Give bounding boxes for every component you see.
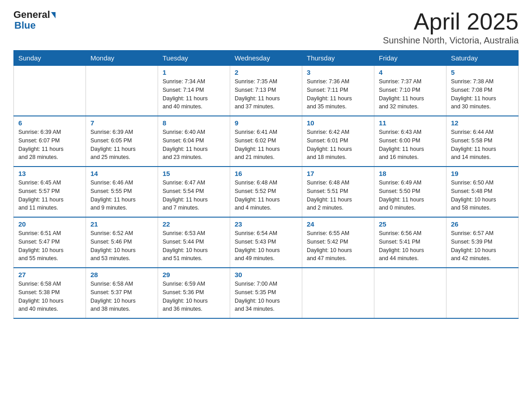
calendar-cell: 23Sunrise: 6:54 AMSunset: 5:43 PMDayligh… (230, 217, 302, 268)
calendar-cell: 29Sunrise: 6:59 AMSunset: 5:36 PMDayligh… (158, 268, 230, 318)
day-number: 13 (18, 170, 81, 177)
calendar-cell (14, 66, 86, 116)
calendar-cell: 12Sunrise: 6:44 AMSunset: 5:58 PMDayligh… (446, 116, 519, 167)
day-info: Sunrise: 6:53 AMSunset: 5:44 PMDaylight:… (163, 229, 225, 263)
calendar-cell: 14Sunrise: 6:46 AMSunset: 5:55 PMDayligh… (86, 167, 158, 217)
calendar-cell: 4Sunrise: 7:37 AMSunset: 7:10 PMDaylight… (374, 66, 446, 116)
weekday-header-sunday: Sunday (14, 51, 86, 66)
day-number: 24 (307, 220, 369, 228)
calendar-cell: 3Sunrise: 7:36 AMSunset: 7:11 PMDaylight… (302, 66, 374, 116)
weekday-header-monday: Monday (86, 51, 158, 66)
week-row-3: 13Sunrise: 6:45 AMSunset: 5:57 PMDayligh… (14, 167, 519, 217)
day-info: Sunrise: 7:34 AMSunset: 7:14 PMDaylight:… (163, 77, 225, 111)
day-info: Sunrise: 6:41 AMSunset: 6:02 PMDaylight:… (235, 128, 297, 162)
calendar-cell: 9Sunrise: 6:41 AMSunset: 6:02 PMDaylight… (230, 116, 302, 167)
day-number: 14 (90, 170, 153, 177)
day-number: 26 (451, 220, 514, 228)
week-row-1: 1Sunrise: 7:34 AMSunset: 7:14 PMDaylight… (14, 66, 519, 116)
day-number: 3 (307, 68, 369, 76)
day-number: 2 (235, 68, 297, 76)
calendar-table: SundayMondayTuesdayWednesdayThursdayFrid… (13, 50, 519, 319)
calendar-cell: 7Sunrise: 6:39 AMSunset: 6:05 PMDaylight… (86, 116, 158, 167)
calendar-cell: 19Sunrise: 6:50 AMSunset: 5:48 PMDayligh… (446, 167, 519, 217)
day-info: Sunrise: 6:40 AMSunset: 6:04 PMDaylight:… (163, 128, 225, 162)
logo-arrow-icon (51, 12, 56, 18)
weekday-header-row: SundayMondayTuesdayWednesdayThursdayFrid… (14, 51, 519, 66)
day-info: Sunrise: 6:56 AMSunset: 5:41 PMDaylight:… (379, 229, 442, 263)
logo-blue-text: Blue (13, 20, 36, 31)
day-number: 11 (379, 119, 442, 127)
day-number: 21 (90, 220, 153, 228)
day-info: Sunrise: 6:45 AMSunset: 5:57 PMDaylight:… (18, 179, 81, 212)
day-number: 6 (18, 119, 81, 127)
calendar-cell: 25Sunrise: 6:56 AMSunset: 5:41 PMDayligh… (374, 217, 446, 268)
day-info: Sunrise: 6:49 AMSunset: 5:50 PMDaylight:… (379, 179, 442, 212)
calendar-cell (374, 268, 446, 318)
calendar-cell: 21Sunrise: 6:52 AMSunset: 5:46 PMDayligh… (86, 217, 158, 268)
calendar-cell (446, 268, 519, 318)
calendar-cell: 27Sunrise: 6:58 AMSunset: 5:38 PMDayligh… (14, 268, 86, 318)
day-info: Sunrise: 6:52 AMSunset: 5:46 PMDaylight:… (90, 229, 153, 263)
day-info: Sunrise: 6:47 AMSunset: 5:54 PMDaylight:… (163, 179, 225, 212)
week-row-4: 20Sunrise: 6:51 AMSunset: 5:47 PMDayligh… (14, 217, 519, 268)
day-number: 12 (451, 119, 514, 127)
week-row-5: 27Sunrise: 6:58 AMSunset: 5:38 PMDayligh… (14, 268, 519, 318)
day-info: Sunrise: 7:00 AMSunset: 5:35 PMDaylight:… (235, 280, 297, 313)
day-number: 7 (90, 119, 153, 127)
day-info: Sunrise: 7:36 AMSunset: 7:11 PMDaylight:… (307, 77, 369, 111)
calendar-cell (302, 268, 374, 318)
weekday-header-thursday: Thursday (302, 51, 374, 66)
day-info: Sunrise: 6:58 AMSunset: 5:37 PMDaylight:… (90, 280, 153, 313)
day-info: Sunrise: 6:46 AMSunset: 5:55 PMDaylight:… (90, 179, 153, 212)
day-number: 19 (451, 170, 514, 177)
day-number: 25 (379, 220, 442, 228)
day-info: Sunrise: 6:59 AMSunset: 5:36 PMDaylight:… (163, 280, 225, 313)
day-number: 30 (235, 271, 297, 278)
weekday-header-friday: Friday (374, 51, 446, 66)
day-number: 23 (235, 220, 297, 228)
calendar-cell: 10Sunrise: 6:42 AMSunset: 6:01 PMDayligh… (302, 116, 374, 167)
day-number: 22 (163, 220, 225, 228)
day-info: Sunrise: 6:48 AMSunset: 5:51 PMDaylight:… (307, 179, 369, 212)
day-number: 27 (18, 271, 81, 278)
calendar-cell: 30Sunrise: 7:00 AMSunset: 5:35 PMDayligh… (230, 268, 302, 318)
day-info: Sunrise: 6:44 AMSunset: 5:58 PMDaylight:… (451, 128, 514, 162)
day-number: 1 (163, 68, 225, 76)
title-block: April 2025 Sunshine North, Victoria, Aus… (383, 9, 519, 46)
calendar-cell: 26Sunrise: 6:57 AMSunset: 5:39 PMDayligh… (446, 217, 519, 268)
week-row-2: 6Sunrise: 6:39 AMSunset: 6:07 PMDaylight… (14, 116, 519, 167)
day-number: 9 (235, 119, 297, 127)
day-info: Sunrise: 7:38 AMSunset: 7:08 PMDaylight:… (451, 77, 514, 111)
calendar-cell: 15Sunrise: 6:47 AMSunset: 5:54 PMDayligh… (158, 167, 230, 217)
day-info: Sunrise: 7:37 AMSunset: 7:10 PMDaylight:… (379, 77, 442, 111)
weekday-header-saturday: Saturday (446, 51, 519, 66)
calendar-cell: 18Sunrise: 6:49 AMSunset: 5:50 PMDayligh… (374, 167, 446, 217)
day-info: Sunrise: 6:39 AMSunset: 6:07 PMDaylight:… (18, 128, 81, 162)
day-number: 10 (307, 119, 369, 127)
day-number: 4 (379, 68, 442, 76)
day-info: Sunrise: 6:42 AMSunset: 6:01 PMDaylight:… (307, 128, 369, 162)
weekday-header-wednesday: Wednesday (230, 51, 302, 66)
weekday-header-tuesday: Tuesday (158, 51, 230, 66)
day-info: Sunrise: 6:50 AMSunset: 5:48 PMDaylight:… (451, 179, 514, 212)
day-info: Sunrise: 6:54 AMSunset: 5:43 PMDaylight:… (235, 229, 297, 263)
page-header: General Blue April 2025 Sunshine North, … (13, 9, 519, 46)
day-number: 17 (307, 170, 369, 177)
day-number: 15 (163, 170, 225, 177)
calendar-cell: 6Sunrise: 6:39 AMSunset: 6:07 PMDaylight… (14, 116, 86, 167)
day-number: 8 (163, 119, 225, 127)
calendar-cell: 20Sunrise: 6:51 AMSunset: 5:47 PMDayligh… (14, 217, 86, 268)
calendar-cell: 5Sunrise: 7:38 AMSunset: 7:08 PMDaylight… (446, 66, 519, 116)
day-number: 28 (90, 271, 153, 278)
location-subtitle: Sunshine North, Victoria, Australia (383, 35, 519, 46)
day-info: Sunrise: 6:43 AMSunset: 6:00 PMDaylight:… (379, 128, 442, 162)
day-info: Sunrise: 6:51 AMSunset: 5:47 PMDaylight:… (18, 229, 81, 263)
calendar-cell (86, 66, 158, 116)
day-number: 16 (235, 170, 297, 177)
calendar-cell: 16Sunrise: 6:48 AMSunset: 5:52 PMDayligh… (230, 167, 302, 217)
day-info: Sunrise: 6:58 AMSunset: 5:38 PMDaylight:… (18, 280, 81, 313)
calendar-cell: 28Sunrise: 6:58 AMSunset: 5:37 PMDayligh… (86, 268, 158, 318)
day-info: Sunrise: 6:55 AMSunset: 5:42 PMDaylight:… (307, 229, 369, 263)
calendar-cell: 11Sunrise: 6:43 AMSunset: 6:00 PMDayligh… (374, 116, 446, 167)
calendar-cell: 22Sunrise: 6:53 AMSunset: 5:44 PMDayligh… (158, 217, 230, 268)
